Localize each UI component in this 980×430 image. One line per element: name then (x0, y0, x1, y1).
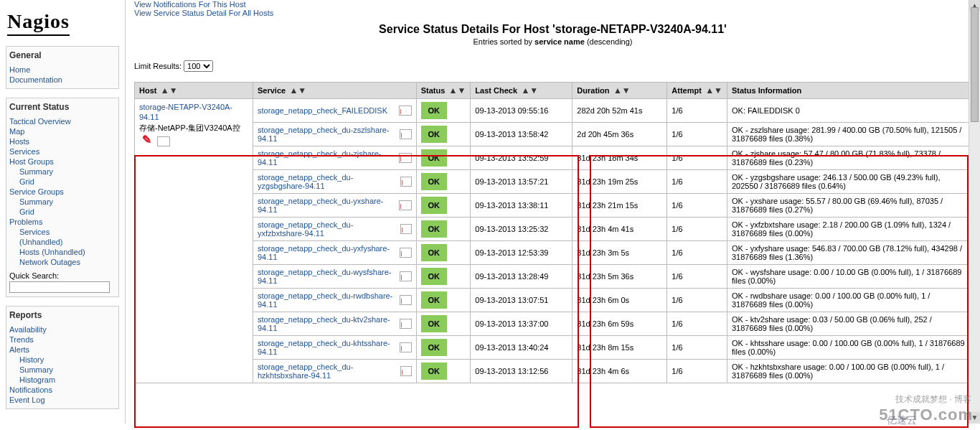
duration-cell: 2d 20h 45m 36s (573, 123, 667, 146)
sort-icon[interactable]: ▲▼ (158, 85, 177, 95)
attempt-cell: 1/6 (667, 241, 727, 265)
duration-cell: 31d 23h 4m 41s (573, 218, 667, 241)
statusinfo-cell: OK - rwdbshare usage: 0.00 / 100.00 GB (… (727, 289, 971, 312)
service-link[interactable]: storage_netapp_check_du-khtsshare-94.11 (258, 339, 400, 356)
sort-icon[interactable]: ▲▼ (446, 85, 466, 95)
nav-host-groups[interactable]: Host Groups (9, 156, 116, 167)
nav-map[interactable]: Map (9, 126, 116, 136)
graph-icon[interactable] (399, 153, 412, 163)
nav-grid[interactable]: Grid (9, 207, 116, 217)
graph-icon[interactable] (399, 200, 412, 210)
nav-trends[interactable]: Trends (9, 335, 116, 345)
service-link[interactable]: storage_netapp_check_du-yxfyshare-94.11 (258, 244, 400, 261)
service-link[interactable]: storage_netapp_check_du-ktv2share-94.11 (258, 315, 400, 332)
th-attempt[interactable]: Attempt ▲▼ (667, 83, 727, 99)
nav-services[interactable]: Services (9, 146, 116, 156)
lastcheck-cell: 09-13-2013 13:12:56 (471, 360, 573, 383)
graph-icon[interactable] (400, 366, 412, 376)
nav-network-outages[interactable]: Network Outages (9, 257, 116, 267)
duration-cell: 31d 23h 6m 0s (573, 289, 667, 312)
host-link[interactable]: storage-NETAPP-V3240A-94.11 (139, 103, 232, 121)
service-link[interactable]: storage_netapp_check_du-zjshare-94.11 (258, 149, 399, 167)
status-cell: OK (416, 336, 471, 360)
th-service[interactable]: Service ▲▼ (253, 83, 417, 99)
service-link[interactable]: storage_netapp_check_du-rwdbshare-94.11 (258, 291, 400, 309)
service-link[interactable]: storage_netapp_check_du-yzgsbgshare-94.1… (258, 173, 400, 190)
graph-icon[interactable] (400, 177, 412, 187)
graph-icon[interactable] (400, 295, 412, 305)
service-link[interactable]: storage_netapp_check_FAILEDDISK (258, 106, 387, 115)
link-view-all-hosts[interactable]: View Service Status Detail For All Hosts (134, 9, 273, 17)
link-view-notifications[interactable]: View Notifications For This Host (134, 0, 245, 9)
service-cell: storage_netapp_check_du-yxfzbxtshare-94.… (253, 218, 417, 241)
nav-tactical-overview[interactable]: Tactical Overview (9, 116, 116, 126)
nav-hosts-unhandled-[interactable]: Hosts (Unhandled) (9, 247, 116, 257)
nav-history[interactable]: History (9, 355, 116, 365)
graph-icon[interactable] (157, 136, 170, 146)
graph-icon[interactable] (400, 129, 412, 139)
nav-grid[interactable]: Grid (9, 177, 116, 187)
attempt-cell: 1/6 (667, 265, 727, 289)
attempt-cell: 1/6 (667, 123, 727, 146)
service-cell: storage_netapp_check_du-hzkhtsbxshare-94… (253, 360, 417, 383)
sort-icon[interactable]: ▲▼ (703, 85, 722, 95)
nav-alerts[interactable]: Alerts (9, 345, 116, 355)
sort-icon[interactable]: ▲▼ (287, 85, 306, 95)
nav-services[interactable]: Services (9, 227, 116, 237)
th-info[interactable]: Status Information (727, 83, 971, 99)
main-content: View Notifications For This Host View Se… (126, 0, 980, 424)
nav-event-log[interactable]: Event Log (9, 395, 116, 405)
attempt-cell: 1/6 (667, 218, 727, 241)
service-link[interactable]: storage_netapp_check_du-wysfshare-94.11 (258, 268, 400, 285)
quick-search-input[interactable] (9, 281, 110, 293)
status-badge: OK (421, 244, 447, 261)
graph-icon[interactable] (400, 271, 412, 281)
page-subtitle: Entries sorted by service name (descendi… (134, 37, 971, 46)
sort-icon[interactable]: ▲▼ (611, 85, 631, 95)
nav-histogram[interactable]: Histogram (9, 375, 116, 385)
nav-service-groups[interactable]: Service Groups (9, 187, 116, 197)
nav-availability[interactable]: Availability (9, 324, 116, 335)
watermark-sub: 技术成就梦想 · 博客 (895, 393, 971, 406)
service-status-table: Host ▲▼ Service ▲▼ Status ▲▼ Last Check … (134, 82, 971, 383)
nav-summary[interactable]: Summary (9, 167, 116, 177)
service-cell: storage_netapp_check_du-khtsshare-94.11 (253, 336, 417, 360)
statusinfo-cell: OK - wysfshare usage: 0.00 / 10.00 GB (0… (727, 265, 971, 289)
nav--unhandled-[interactable]: (Unhandled) (9, 237, 116, 247)
limit-select[interactable]: 100 (184, 60, 213, 72)
attempt-cell: 1/6 (667, 170, 727, 194)
th-duration[interactable]: Duration ▲▼ (573, 83, 667, 99)
graph-icon[interactable] (400, 248, 412, 258)
graph-icon[interactable] (400, 319, 412, 329)
service-link[interactable]: storage_netapp_check_du-zszlshare-94.11 (258, 126, 400, 143)
table-row: storage_netapp_check_du-wysfshare-94.11O… (135, 265, 971, 289)
service-link[interactable]: storage_netapp_check_du-yxfzbxtshare-94.… (258, 220, 400, 238)
nav-summary[interactable]: Summary (9, 197, 116, 207)
statusinfo-cell: OK - yzgsbgshare usage: 246.13 / 500.00 … (727, 170, 971, 194)
statusinfo-cell: OK - ktv2share usage: 0.03 / 50.00 GB (0… (727, 312, 971, 336)
lastcheck-cell: 09-13-2013 09:55:16 (471, 99, 573, 123)
th-lastcheck[interactable]: Last Check ▲▼ (471, 83, 573, 99)
lastcheck-cell: 09-13-2013 13:57:21 (471, 170, 573, 194)
sort-icon[interactable]: ▲▼ (519, 85, 538, 95)
nav-home[interactable]: Home (9, 65, 116, 75)
nav-problems[interactable]: Problems (9, 217, 116, 227)
nav-documentation[interactable]: Documentation (9, 75, 116, 85)
statusinfo-cell: OK - yxfzbxtshare usage: 2.18 / 200.00 G… (727, 218, 971, 241)
nav-summary[interactable]: Summary (9, 365, 116, 375)
service-link[interactable]: storage_netapp_check_du-hzkhtsbxshare-94… (258, 363, 400, 380)
nav-notifications[interactable]: Notifications (9, 385, 116, 395)
statusinfo-cell: OK - zjshare usage: 57.47 / 80.00 GB (71… (727, 146, 971, 170)
sidebar-general-title: General (9, 50, 116, 60)
graph-icon[interactable] (400, 342, 412, 352)
table-row: storage_netapp_check_du-rwdbshare-94.11O… (135, 289, 971, 312)
nav-hosts[interactable]: Hosts (9, 136, 116, 146)
service-link[interactable]: storage_netapp_check_du-yxshare-94.11 (258, 197, 399, 214)
scroll-thumb[interactable] (971, 7, 979, 122)
attempt-cell: 1/6 (667, 312, 727, 336)
th-status[interactable]: Status ▲▼ (416, 83, 471, 99)
vertical-scrollbar[interactable]: ▲ ▼ (969, 0, 980, 424)
th-host[interactable]: Host ▲▼ (135, 83, 253, 99)
graph-icon[interactable] (400, 224, 412, 234)
graph-icon[interactable] (399, 106, 412, 116)
